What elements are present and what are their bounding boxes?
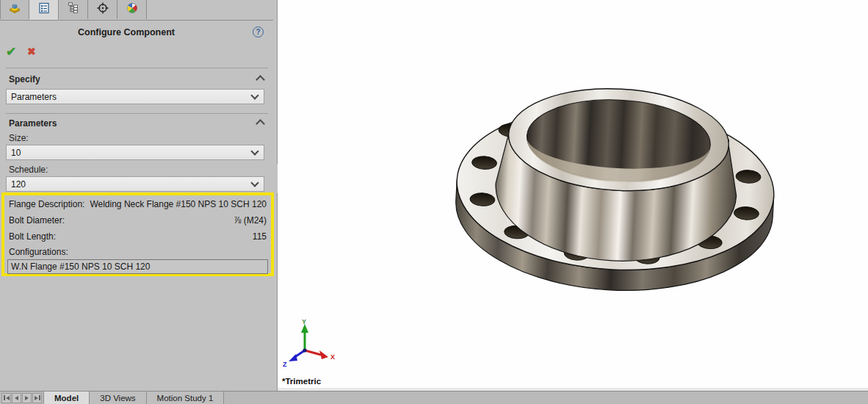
divider: [6, 68, 268, 68]
display-manager-icon: [126, 1, 139, 18]
tab-scroll-next-button[interactable]: [22, 393, 32, 403]
bolt-diameter-label: Bolt Diameter:: [9, 215, 65, 226]
chevron-up-icon[interactable]: [256, 119, 265, 129]
tab-model[interactable]: Model: [43, 392, 90, 404]
chevron-up-icon[interactable]: [256, 75, 265, 84]
previous-icon: [15, 396, 18, 400]
tab-3d-views[interactable]: 3D Views: [90, 392, 146, 404]
triad-y-label: Y: [302, 318, 306, 325]
bolt-length-value: 115: [253, 231, 267, 242]
flange-description-row: Flange Description: Welding Neck Flange …: [6, 196, 270, 212]
tab-feature-manager[interactable]: [0, 0, 29, 19]
question-mark-icon: ?: [256, 28, 260, 36]
ok-button[interactable]: ✔: [6, 44, 16, 59]
part-icon: [8, 1, 21, 18]
tab-configuration-manager[interactable]: [59, 0, 88, 19]
flange-model[interactable]: Y X Z: [278, 0, 868, 391]
bolt-length-label: Bolt Length:: [9, 231, 56, 242]
parameters-group-label: Parameters: [9, 118, 57, 129]
bolt-length-row: Bolt Length: 115: [6, 228, 270, 245]
configuration-item[interactable]: W.N Flange #150 NPS 10 SCH 120: [8, 261, 150, 272]
chevron-down-icon: [250, 91, 258, 99]
flange-description-label: Flange Description:: [9, 199, 84, 209]
configurations-label: Configurations:: [9, 247, 68, 257]
chevron-down-icon: [250, 147, 258, 155]
close-icon: ✖: [27, 46, 36, 57]
triad-x-label: X: [330, 353, 335, 361]
next-icon: [25, 396, 29, 400]
property-manager-panel: Configure Component ? ✔ ✖ Specify Parame…: [0, 0, 278, 391]
tab-scroll-first-button[interactable]: [1, 393, 11, 403]
tab-scroll-previous-button[interactable]: [12, 393, 21, 403]
graphics-viewport[interactable]: Y X Z *Trimetric: [278, 0, 868, 391]
first-icon: [4, 395, 5, 400]
bolt-diameter-row: Bolt Diameter: ⅞ (M24): [6, 212, 270, 228]
schedule-dropdown[interactable]: 120: [6, 176, 264, 192]
flange-geometry: [452, 81, 779, 298]
tab-scroll-last-button[interactable]: [32, 393, 42, 403]
configurations-row: Configurations:: [6, 245, 270, 259]
tab-scroll-buttons: [0, 392, 43, 404]
last-icon: [35, 396, 38, 400]
triad-z-label: Z: [283, 361, 287, 368]
manager-tabstrip: [0, 0, 273, 21]
configuration-manager-icon: [67, 1, 80, 18]
property-manager-icon: [37, 1, 51, 18]
orientation-triad: Y X Z: [283, 318, 335, 368]
size-dropdown[interactable]: 10: [6, 145, 264, 160]
specify-dropdown-value: Parameters: [11, 92, 57, 102]
solidworks-window: Configure Component ? ✔ ✖ Specify Parame…: [0, 0, 868, 404]
schedule-dropdown-value: 120: [11, 179, 26, 190]
tab-property-manager[interactable]: [29, 0, 59, 20]
tab-bar-filler: [224, 392, 868, 404]
tab-dimxpert-manager[interactable]: [88, 0, 117, 19]
size-label: Size:: [9, 133, 29, 143]
model-tab-bar: Model 3D Views Motion Study 1: [0, 391, 868, 404]
specify-group-label: Specify: [9, 74, 40, 84]
cancel-button[interactable]: ✖: [27, 46, 36, 57]
specify-dropdown[interactable]: Parameters: [6, 89, 264, 104]
chevron-down-icon: [250, 178, 258, 187]
dimxpert-icon: [96, 1, 109, 18]
view-orientation-label: *Trimetric: [282, 377, 321, 386]
page-title: Configure Component: [0, 27, 253, 37]
tab-display-manager[interactable]: [117, 0, 147, 19]
flange-description-value: Welding Neck Flange #150 NPS 10 SCH 120: [90, 199, 267, 209]
size-dropdown-value: 10: [11, 148, 21, 158]
bolt-diameter-value: ⅞ (M24): [234, 215, 267, 226]
flange-info-highlight-box: Flange Description: Welding Neck Flange …: [1, 192, 274, 276]
tab-motion-study-1[interactable]: Motion Study 1: [147, 392, 225, 404]
configurations-listbox[interactable]: W.N Flange #150 NPS 10 SCH 120: [7, 259, 268, 274]
divider: [6, 113, 268, 114]
help-button[interactable]: ?: [253, 26, 264, 37]
check-icon: ✔: [6, 45, 16, 59]
schedule-label: Schedule:: [9, 165, 48, 175]
